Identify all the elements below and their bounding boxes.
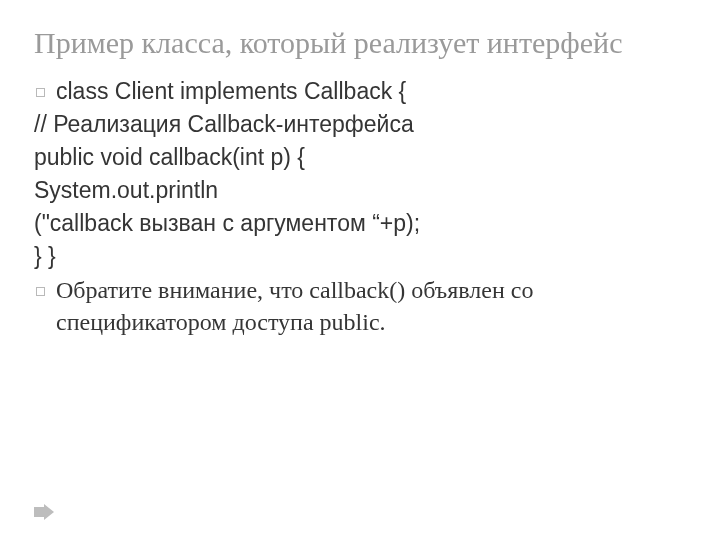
bullet-square-icon bbox=[36, 88, 45, 97]
code-line: public void callback(int p) { bbox=[34, 142, 686, 173]
bullet-square-icon bbox=[36, 287, 45, 296]
slide-title: Пример класса, который реализует интерфе… bbox=[34, 24, 686, 62]
svg-marker-0 bbox=[34, 504, 54, 520]
note-text: Обратите внимание, что callback() объявл… bbox=[56, 277, 533, 335]
slide: Пример класса, который реализует интерфе… bbox=[0, 0, 720, 540]
code-line: ("callback вызван с аргументом “+p); bbox=[34, 208, 686, 239]
code-line: System.out.println bbox=[34, 175, 686, 206]
footer-arrow-icon bbox=[34, 504, 54, 520]
bullet-item-code-start: class Client implements Callback { bbox=[34, 76, 686, 107]
code-line: // Реализация Callback-интерфейса bbox=[34, 109, 686, 140]
code-line: class Client implements Callback { bbox=[56, 78, 406, 104]
code-line: } } bbox=[34, 241, 686, 272]
bullet-item-note: Обратите внимание, что callback() объявл… bbox=[34, 274, 686, 339]
slide-body: class Client implements Callback { // Ре… bbox=[34, 76, 686, 339]
